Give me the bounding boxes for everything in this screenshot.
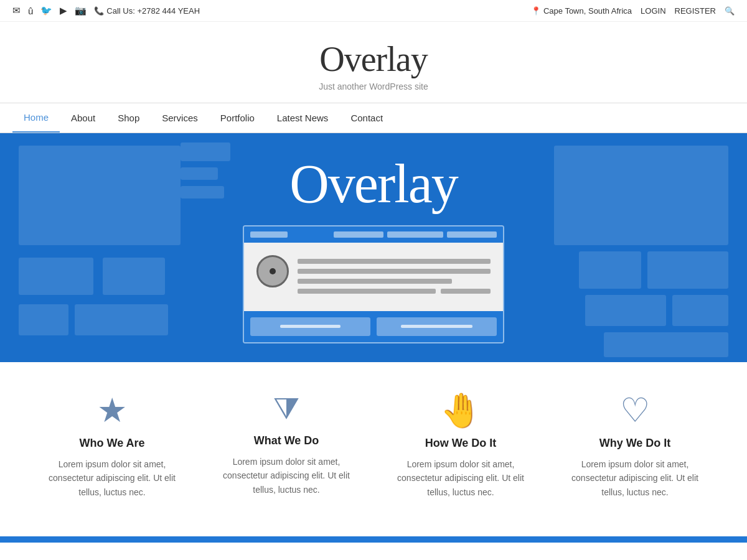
top-bar-left: ✉ û 🐦 ▶ 📷 📞 Call Us: +2782 444 YEAH [12,5,200,16]
feature-title-3: How We Do It [386,437,535,450]
facebook-icon[interactable]: û [28,6,33,16]
hand-icon: 🤚 [386,393,535,427]
feature-what-we-do: ⧩ What We Do Lorem ipsum dolor sit amet,… [199,393,374,499]
hero-card-body [244,243,503,311]
nav-about[interactable]: About [60,104,106,132]
line-4 [298,289,436,294]
feature-title-4: Why We Do It [560,437,710,450]
features-section: ★ Who We Are Lorem ipsum dolor sit amet,… [0,362,747,536]
site-header: Overlay Just another WordPress site [0,22,747,103]
line-1 [298,259,491,264]
login-link[interactable]: LOGIN [641,6,665,16]
feature-title-2: What We Do [212,434,361,447]
hero-card-bar-2 [334,231,383,238]
phone-icon: 📞 [94,6,104,16]
nav-shop[interactable]: Shop [106,104,151,132]
site-title: Overlay [12,39,735,79]
avatar-dot [270,268,276,274]
phone-info: 📞 Call Us: +2782 444 YEAH [94,6,200,16]
nav-portfolio[interactable]: Portfolio [209,104,266,132]
feature-desc-4: Lorem ipsum dolor sit amet, consectetur … [560,457,710,499]
filter-icon: ⧩ [212,393,361,424]
feature-desc-3: Lorem ipsum dolor sit amet, consectetur … [386,457,535,499]
nav-contact[interactable]: Contact [339,104,394,132]
hero-card-lines [298,255,491,299]
heart-icon: ♡ [560,393,710,427]
location-info: 📍 Cape Town, South Africa [531,6,632,16]
hero-card-bar-1 [250,231,288,238]
feature-desc-2: Lorem ipsum dolor sit amet, consectetur … [212,455,361,497]
nav-services[interactable]: Services [151,104,209,132]
footer-btn-2 [377,317,497,336]
nav-latest-news[interactable]: Latest News [266,104,340,132]
feature-title-1: Who We Are [37,437,187,450]
hero-card-bar-4 [447,231,497,238]
nav-home[interactable]: Home [12,103,60,133]
email-icon[interactable]: ✉ [12,5,21,16]
hero-card-bar-3 [387,231,443,238]
hero-card-footer [244,311,503,342]
star-icon: ★ [37,393,187,427]
feature-desc-1: Lorem ipsum dolor sit amet, consectetur … [37,457,187,499]
location-icon: 📍 [531,6,541,16]
site-subtitle: Just another WordPress site [12,82,735,91]
location-text: Cape Town, South Africa [543,6,632,16]
footer-bar [0,536,747,543]
line-5 [441,289,491,294]
hero-banner: Overlay [0,133,747,362]
top-bar-right: 📍 Cape Town, South Africa LOGIN REGISTER… [531,6,735,16]
twitter-icon[interactable]: 🐦 [40,5,52,16]
line-2 [298,269,491,274]
hero-content: Overlay [243,152,504,343]
hero-ui-card [243,225,504,343]
phone-number: Call Us: +2782 444 YEAH [106,6,200,16]
feature-who-we-are: ★ Who We Are Lorem ipsum dolor sit amet,… [25,393,199,499]
register-link[interactable]: REGISTER [675,6,716,16]
line-3 [298,279,452,284]
hero-title: Overlay [289,152,457,215]
hero-card-header [244,226,503,243]
search-icon[interactable]: 🔍 [725,6,735,16]
hero-card-avatar [256,255,289,287]
feature-why-we-do-it: ♡ Why We Do It Lorem ipsum dolor sit ame… [548,393,722,499]
feature-how-we-do-it: 🤚 How We Do It Lorem ipsum dolor sit ame… [374,393,548,499]
top-bar: ✉ û 🐦 ▶ 📷 📞 Call Us: +2782 444 YEAH 📍 Ca… [0,0,747,22]
youtube-icon[interactable]: ▶ [60,5,67,16]
footer-btn-1 [250,317,370,336]
footer-btn-line-2 [401,325,473,328]
footer-btn-line-1 [280,325,341,328]
instagram-icon[interactable]: 📷 [75,5,87,16]
main-nav: Home About Shop Services Portfolio Lates… [0,103,747,133]
